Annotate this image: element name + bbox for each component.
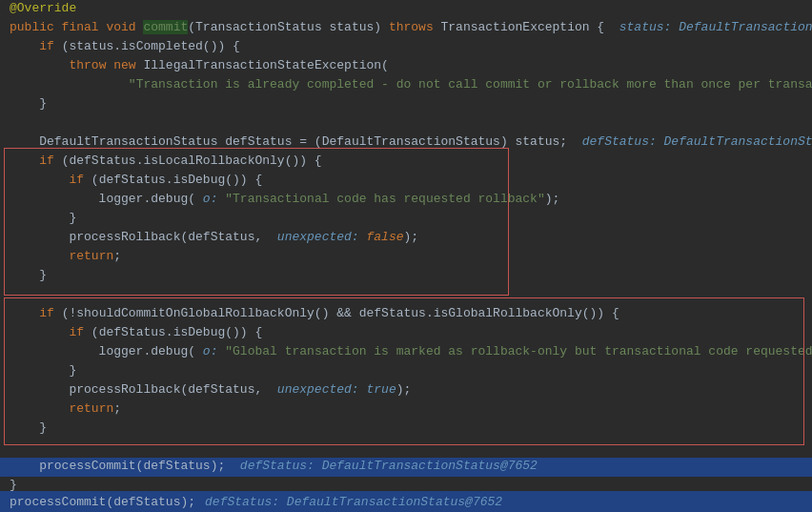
bottom-bar-code: processCommit(defStatus);	[10, 495, 195, 509]
code-line: if (defStatus.isDebug()) {	[0, 324, 812, 343]
line-content: }	[0, 96, 812, 111]
code-line: @Override	[0, 0, 812, 19]
line-content: logger.debug( o: "Transactional code has…	[0, 192, 812, 206]
code-line: }	[0, 95, 812, 114]
line-content	[0, 440, 812, 454]
code-line: logger.debug( o: "Transactional code has…	[0, 191, 812, 210]
code-line: "Transaction is already completed - do n…	[0, 76, 812, 95]
code-editor: @Overridepublic final void commit(Transa…	[0, 0, 812, 512]
line-content	[0, 115, 812, 130]
line-content: if (!shouldCommitOnGlobalRollbackOnly() …	[0, 306, 812, 320]
code-line: public final void commit(TransactionStat…	[0, 19, 812, 38]
line-content: }	[0, 478, 812, 492]
line-content: return;	[0, 401, 812, 416]
line-content: return;	[0, 249, 812, 263]
code-content: @Overridepublic final void commit(Transa…	[0, 0, 812, 496]
code-line: }	[0, 210, 812, 229]
line-content: }	[0, 268, 812, 282]
code-line: DefaultTransactionStatus defStatus = (De…	[0, 133, 812, 153]
line-content: }	[0, 363, 812, 378]
code-line: return;	[0, 400, 812, 420]
code-line: processCommit(defStatus); defStatus: Def…	[0, 458, 812, 477]
code-line: return;	[0, 248, 812, 267]
line-content: }	[0, 211, 812, 225]
line-content	[0, 287, 812, 301]
code-line	[0, 286, 812, 305]
line-content: DefaultTransactionStatus defStatus = (De…	[0, 134, 812, 149]
line-content: processRollback(defStatus, unexpected: f…	[0, 230, 812, 244]
code-line: if (defStatus.isDebug()) {	[0, 172, 812, 191]
line-content: processCommit(defStatus); defStatus: Def…	[0, 459, 812, 473]
line-content: @Override	[0, 1, 812, 15]
bottom-execution-bar: processCommit(defStatus); defStatus: Def…	[0, 491, 812, 512]
code-line: throw new IllegalTransactionStateExcepti…	[0, 57, 812, 76]
line-content: public final void commit(TransactionStat…	[0, 20, 812, 34]
code-line: if (defStatus.isLocalRollbackOnly()) {	[0, 153, 812, 172]
code-line: processRollback(defStatus, unexpected: t…	[0, 381, 812, 400]
line-content: if (defStatus.isLocalRollbackOnly()) {	[0, 154, 812, 168]
line-content: if (defStatus.isDebug()) {	[0, 173, 812, 187]
code-line: }	[0, 267, 812, 286]
line-content: if (defStatus.isDebug()) {	[0, 325, 812, 339]
line-content: if (status.isCompleted()) {	[0, 39, 812, 53]
code-line: if (!shouldCommitOnGlobalRollbackOnly() …	[0, 305, 812, 324]
code-line	[0, 114, 812, 133]
line-content: logger.debug( o: "Global transaction is …	[0, 344, 812, 358]
bottom-bar-hint: defStatus: DefaultTransactionStatus@7652	[205, 495, 502, 509]
code-line: if (status.isCompleted()) {	[0, 38, 812, 57]
line-content: "Transaction is already completed - do n…	[0, 77, 812, 92]
code-line: logger.debug( o: "Global transaction is …	[0, 343, 812, 362]
code-line: }	[0, 420, 812, 439]
line-content: }	[0, 420, 812, 435]
line-content: processRollback(defStatus, unexpected: t…	[0, 382, 812, 397]
line-content: throw new IllegalTransactionStateExcepti…	[0, 58, 812, 72]
code-line: processRollback(defStatus, unexpected: f…	[0, 229, 812, 248]
code-line	[0, 439, 812, 458]
code-line: }	[0, 362, 812, 381]
